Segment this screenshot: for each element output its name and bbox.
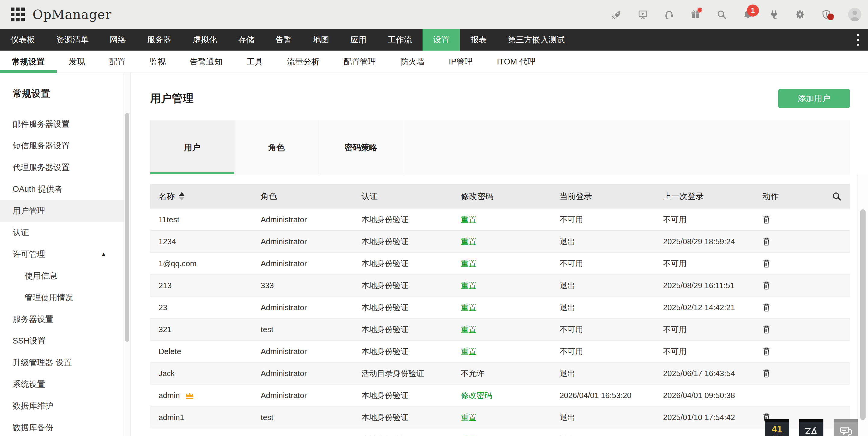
column-header-3: 修改密码 bbox=[453, 191, 551, 202]
delete-icon[interactable] bbox=[763, 259, 770, 268]
nav-tab-7[interactable]: 地图 bbox=[302, 29, 340, 51]
sidebar-item-6[interactable]: 许可管理▲ bbox=[0, 243, 124, 265]
nav-tab-11[interactable]: 报表 bbox=[460, 29, 497, 51]
nav-tab-5[interactable]: 存储 bbox=[227, 29, 265, 51]
shield-alert-icon[interactable] bbox=[821, 9, 832, 20]
cell-password: 不允许 bbox=[453, 368, 551, 379]
add-user-button[interactable]: 添加用户 bbox=[778, 89, 850, 108]
sidebar-item-14[interactable]: 数据库备份 bbox=[0, 417, 124, 436]
subnav-tab-9[interactable]: IP管理 bbox=[437, 51, 485, 73]
gift-icon[interactable] bbox=[690, 9, 701, 20]
nav-tab-12[interactable]: 第三方嵌入测试 bbox=[497, 29, 575, 51]
sort-control[interactable] bbox=[179, 192, 184, 201]
headset-icon[interactable] bbox=[664, 9, 674, 20]
password-reset-link[interactable]: 修改密码 bbox=[461, 390, 492, 401]
sidebar-item-3[interactable]: OAuth 提供者 bbox=[0, 178, 124, 200]
cell-last-login: 2025/02/12 14:42:21 bbox=[655, 303, 754, 312]
delete-icon[interactable] bbox=[763, 325, 770, 334]
cell-last-login: 2024/12/26 10:07:48 bbox=[655, 435, 754, 436]
password-reset-link[interactable]: 重置 bbox=[461, 258, 476, 269]
tab-0[interactable]: 用户 bbox=[150, 121, 235, 174]
subnav-tab-1[interactable]: 发现 bbox=[57, 51, 97, 73]
zia-assistant-widget[interactable] bbox=[799, 419, 824, 436]
rocket-icon[interactable] bbox=[612, 9, 622, 20]
nav-tab-3[interactable]: 服务器 bbox=[136, 29, 182, 51]
subnav-tab-4[interactable]: 告警通知 bbox=[178, 51, 235, 73]
subnav-tab-6[interactable]: 流量分析 bbox=[275, 51, 332, 73]
nav-tab-0[interactable]: 仪表板 bbox=[0, 29, 45, 51]
table-row-7: JackAdministrator活动目录身份验证不允许退出2025/06/17… bbox=[150, 362, 850, 384]
nav-overflow-kebab-icon[interactable] bbox=[852, 29, 864, 51]
sidebar-item-13[interactable]: 数据库维护 bbox=[0, 395, 124, 417]
cell-role: test bbox=[252, 325, 353, 334]
sidebar-item-10[interactable]: SSH设置 bbox=[0, 330, 124, 352]
tab-1[interactable]: 角色 bbox=[235, 121, 319, 174]
chat-widget[interactable] bbox=[834, 419, 858, 436]
sidebar-item-1[interactable]: 短信服务器设置 bbox=[0, 135, 124, 157]
presentation-icon[interactable] bbox=[638, 9, 648, 20]
plug-icon[interactable] bbox=[769, 9, 779, 20]
subnav-tab-2[interactable]: 配置 bbox=[97, 51, 137, 73]
avatar[interactable] bbox=[847, 7, 862, 22]
nav-tab-2[interactable]: 网络 bbox=[99, 29, 136, 51]
sidebar-item-2[interactable]: 代理服务器设置 bbox=[0, 157, 124, 178]
table-search-icon[interactable] bbox=[832, 192, 841, 201]
sidebar-scrollbar-thumb[interactable] bbox=[125, 113, 129, 342]
sidebar-item-5[interactable]: 认证 bbox=[0, 222, 124, 243]
nav-tab-10[interactable]: 设置 bbox=[423, 29, 460, 51]
password-reset-link[interactable]: 重置 bbox=[461, 412, 476, 423]
sidebar-item-0[interactable]: 邮件服务器设置 bbox=[0, 113, 124, 135]
password-reset-link[interactable]: 重置 bbox=[461, 434, 476, 436]
nav-tab-9[interactable]: 工作流 bbox=[377, 29, 423, 51]
delete-icon[interactable] bbox=[763, 347, 770, 356]
cell-last-login: 不可用 bbox=[655, 324, 754, 335]
cell-name: 1234 bbox=[150, 237, 252, 246]
gear-icon[interactable] bbox=[795, 9, 805, 20]
cell-current-login: 退出 bbox=[551, 434, 655, 436]
cell-last-login: 不可用 bbox=[655, 214, 754, 225]
delete-icon[interactable] bbox=[763, 215, 770, 224]
subnav-tab-10[interactable]: ITOM 代理 bbox=[485, 51, 548, 73]
apps-grid-icon[interactable] bbox=[11, 7, 25, 21]
nav-tab-8[interactable]: 应用 bbox=[340, 29, 377, 51]
subnav-tab-5[interactable]: 工具 bbox=[235, 51, 275, 73]
nav-tab-6[interactable]: 告警 bbox=[265, 29, 302, 51]
table-row-0: 11testAdministrator本地身份验证重置不可用不可用 bbox=[150, 208, 850, 230]
cell-password: 重置 bbox=[453, 302, 551, 313]
cell-auth: 本地身份验证 bbox=[353, 390, 453, 401]
subnav-tab-0[interactable]: 常规设置 bbox=[0, 51, 57, 73]
search-icon[interactable] bbox=[716, 9, 727, 20]
sidebar-item-7[interactable]: 使用信息 bbox=[0, 265, 124, 287]
cell-auth: 本地身份验证 bbox=[353, 280, 453, 291]
sidebar-item-4[interactable]: 用户管理 bbox=[0, 200, 124, 222]
nav-tab-4[interactable]: 虚拟化 bbox=[182, 29, 227, 51]
page-scrollbar-thumb[interactable] bbox=[860, 209, 866, 420]
sidebar-item-12[interactable]: 系统设置 bbox=[0, 373, 124, 395]
alarm-count: 41 bbox=[772, 424, 782, 435]
alarm-count-widget[interactable]: 41 告警 bbox=[765, 419, 789, 436]
bell-icon[interactable]: 1 bbox=[743, 9, 753, 20]
delete-icon[interactable] bbox=[763, 237, 770, 246]
column-header-4: 当前登录 bbox=[551, 191, 655, 202]
delete-icon[interactable] bbox=[763, 303, 770, 312]
password-reset-link[interactable]: 重置 bbox=[461, 214, 476, 225]
sidebar-item-8[interactable]: 管理使用情况 bbox=[0, 287, 124, 308]
password-reset-link[interactable]: 重置 bbox=[461, 236, 476, 247]
sidebar-item-11[interactable]: 升级管理器 设置 bbox=[0, 352, 124, 373]
delete-icon[interactable] bbox=[763, 369, 770, 378]
cell-password: 重置 bbox=[453, 324, 551, 335]
password-reset-link[interactable]: 重置 bbox=[461, 280, 476, 291]
subnav-tab-3[interactable]: 监视 bbox=[137, 51, 178, 73]
password-reset-link[interactable]: 重置 bbox=[461, 324, 476, 335]
cell-current-login: 退出 bbox=[551, 368, 655, 379]
subnav-tab-8[interactable]: 防火墙 bbox=[388, 51, 437, 73]
sidebar-item-9[interactable]: 服务器设置 bbox=[0, 308, 124, 330]
subnav-tab-7[interactable]: 配置管理 bbox=[332, 51, 388, 73]
table-header: 名称角色认证修改密码当前登录上一次登录动作 bbox=[150, 184, 850, 208]
collapse-arrow-icon[interactable]: ▲ bbox=[101, 243, 106, 265]
password-reset-link[interactable]: 重置 bbox=[461, 346, 476, 357]
delete-icon[interactable] bbox=[763, 281, 770, 290]
tab-2[interactable]: 密码策略 bbox=[319, 121, 403, 174]
password-reset-link[interactable]: 重置 bbox=[461, 302, 476, 313]
nav-tab-1[interactable]: 资源清单 bbox=[45, 29, 99, 51]
